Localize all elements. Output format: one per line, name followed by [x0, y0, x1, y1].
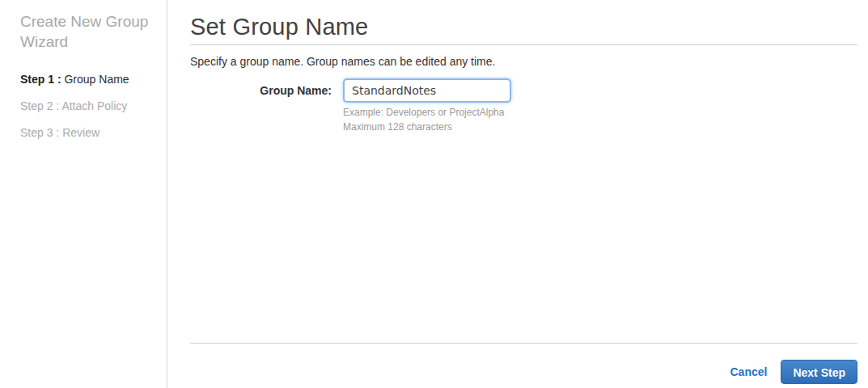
next-step-button[interactable]: Next Step — [781, 360, 857, 384]
cancel-button[interactable]: Cancel — [730, 365, 768, 378]
sidebar-step-group-name[interactable]: Step 1 : Group Name — [20, 74, 167, 85]
footer-actions: Cancel Next Step — [730, 360, 858, 384]
group-name-hint-max: Maximum 128 characters — [343, 120, 511, 134]
wizard-title: Create New Group Wizard — [20, 11, 150, 52]
step-prefix: Step 3 : — [20, 126, 62, 139]
step-prefix: Step 2 : — [20, 99, 61, 112]
step-label: Group Name — [64, 73, 129, 86]
wizard-steps: Step 1 : Group Name Step 2 : Attach Poli… — [20, 74, 167, 138]
footer-divider — [190, 343, 857, 344]
group-name-form-row: Group Name: Example: Developers or Proje… — [190, 78, 857, 134]
group-name-field-wrap: Example: Developers or ProjectAlpha Maxi… — [343, 78, 511, 134]
sidebar-step-attach-policy[interactable]: Step 2 : Attach Policy — [20, 100, 167, 112]
sidebar-step-review[interactable]: Step 3 : Review — [20, 127, 167, 138]
group-name-hint-example: Example: Developers or ProjectAlpha — [343, 105, 511, 120]
group-name-label: Group Name: — [190, 78, 332, 103]
wizard-sidebar: Create New Group Wizard Step 1 : Group N… — [0, 0, 167, 388]
create-group-wizard-window: Create New Group Wizard Step 1 : Group N… — [0, 0, 868, 388]
page-description: Specify a group name. Group names can be… — [190, 55, 857, 69]
step-prefix: Step 1 : — [20, 73, 64, 86]
step-label: Attach Policy — [61, 99, 127, 112]
group-name-input[interactable] — [343, 78, 511, 103]
page-title: Set Group Name — [190, 13, 857, 40]
step-label: Review — [62, 126, 100, 139]
title-divider — [190, 44, 857, 45]
main-panel: Set Group Name Specify a group name. Gro… — [190, 0, 857, 388]
